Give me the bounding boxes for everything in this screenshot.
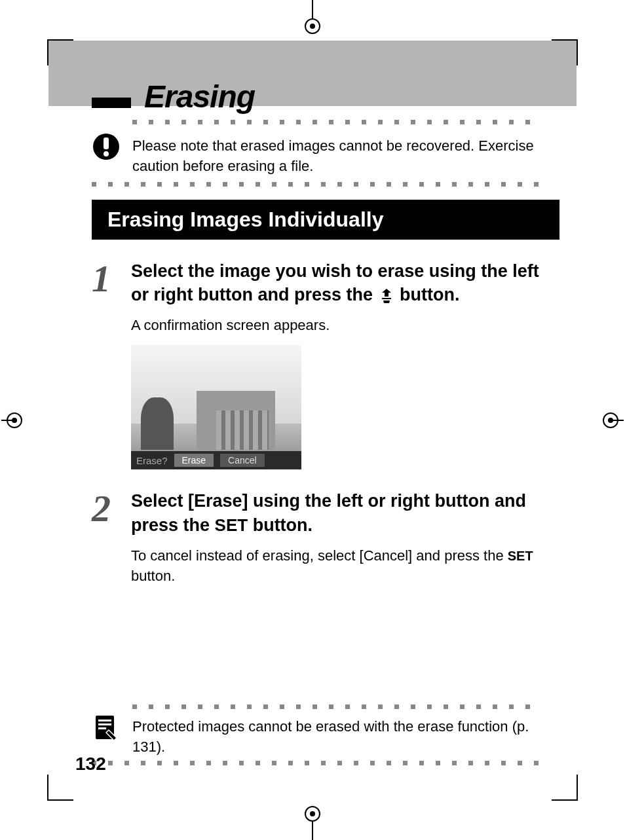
step-2-desc: To cancel instead of erasing, select [Ca… — [131, 546, 559, 587]
title-accent-bar — [92, 98, 131, 108]
crop-mark-top — [312, 0, 313, 20]
svg-point-2 — [104, 151, 109, 156]
registration-mark-bottom — [305, 806, 320, 822]
screenshot-erase-option: Erase — [174, 454, 214, 467]
page-title: Erasing — [144, 79, 255, 115]
set-button-label-small: SET — [508, 549, 533, 563]
note-text: Protected images cannot be erased with t… — [132, 713, 559, 758]
step-2-title-post: button. — [248, 515, 312, 535]
svg-rect-4 — [98, 720, 111, 721]
confirmation-screenshot: Erase? Erase Cancel — [131, 345, 301, 469]
svg-rect-5 — [98, 723, 111, 725]
dotted-divider — [92, 761, 559, 765]
caution-text: Please note that erased images cannot be… — [132, 132, 559, 177]
svg-rect-1 — [104, 137, 109, 149]
step-1-title-post: button. — [395, 285, 460, 304]
screenshot-cancel-option: Cancel — [220, 454, 265, 467]
step-2-title: Select [Erase] using the left or right b… — [131, 489, 559, 537]
registration-mark-top — [305, 18, 320, 34]
section-heading: Erasing Images Individually — [92, 200, 559, 240]
step-number: 2 — [92, 492, 131, 526]
step-2-desc-post: button. — [131, 568, 175, 584]
caution-icon — [92, 132, 121, 161]
caution-block: Please note that erased images cannot be… — [92, 132, 559, 177]
screenshot-ui-bar: Erase? Erase Cancel — [131, 451, 301, 469]
dotted-divider — [132, 120, 559, 124]
step-1-title: Select the image you wish to erase using… — [131, 259, 559, 307]
title-bar: Erasing — [92, 79, 559, 115]
dotted-divider — [132, 704, 559, 709]
step-2-desc-pre: To cancel instead of erasing, select [Ca… — [131, 547, 508, 564]
screenshot-prompt: Erase? — [136, 455, 168, 466]
step-1: 1 Select the image you wish to erase usi… — [92, 259, 559, 477]
erase-button-icon — [379, 287, 394, 304]
step-2-title-pre: Select [Erase] using the left or right b… — [131, 491, 526, 534]
set-button-label: SET — [215, 515, 248, 535]
step-number: 1 — [92, 262, 131, 296]
note-icon — [92, 713, 121, 742]
page-number: 132 — [75, 754, 106, 775]
step-1-title-pre: Select the image you wish to erase using… — [131, 261, 539, 304]
dotted-divider — [92, 182, 559, 187]
step-2: 2 Select [Erase] using the left or right… — [92, 489, 559, 586]
step-1-desc: A confirmation screen appears. — [131, 316, 559, 336]
registration-mark-left — [7, 412, 22, 428]
registration-mark-right — [603, 412, 618, 428]
svg-rect-6 — [98, 727, 106, 729]
crop-mark-bottom — [312, 820, 313, 840]
note-block: Protected images cannot be erased with t… — [92, 713, 559, 758]
